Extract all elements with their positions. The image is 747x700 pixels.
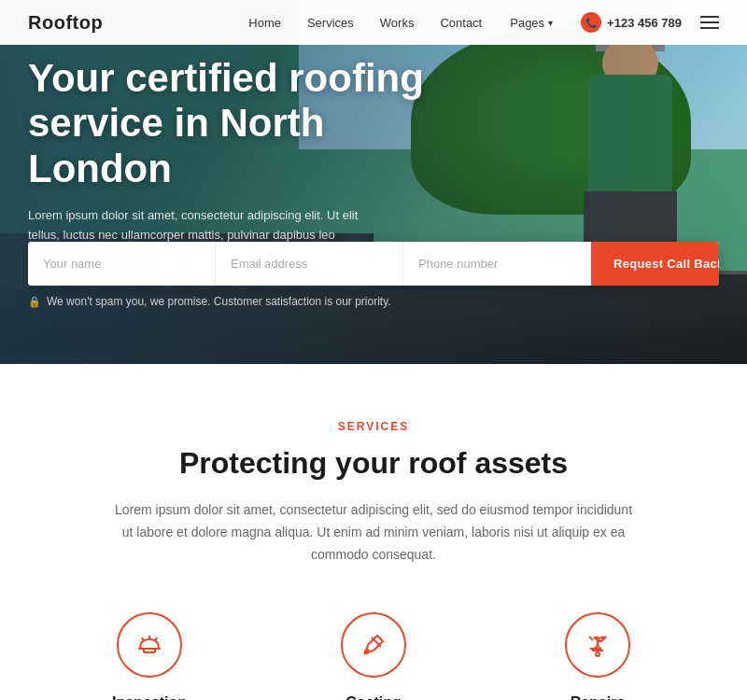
nav-item-home[interactable]: Home [248, 14, 281, 31]
coating-icon-circle [341, 612, 406, 678]
hero-section: Your certified roofing service in North … [0, 0, 747, 364]
nav-item-services[interactable]: Services [307, 14, 354, 31]
nav-links: Home Services Works Contact [248, 14, 482, 31]
service-card-coating: Coating Lorem ipsum dolor sit amet, cons… [280, 612, 467, 700]
service-name-repairs: Repairs [504, 694, 691, 700]
services-label: SERVICES [56, 420, 691, 433]
nav-item-contact[interactable]: Contact [440, 14, 482, 31]
name-input[interactable] [28, 242, 216, 286]
service-card-inspection: Inspection Lorem ipsum dolor sit amet, c… [56, 612, 243, 700]
request-callback-button[interactable]: Request Call Back [591, 242, 719, 286]
phone-icon: 📞 [581, 12, 601, 33]
nav-pages-dropdown[interactable]: Pages ▾ [510, 16, 553, 30]
paint-brush-icon [359, 630, 388, 660]
nav-phone[interactable]: 📞 +123 456 789 [581, 12, 682, 33]
svg-rect-1 [144, 649, 155, 652]
service-name-coating: Coating [280, 694, 467, 700]
email-input[interactable] [216, 242, 403, 286]
inspection-icon-circle [117, 612, 182, 678]
hard-hat-icon [134, 630, 164, 660]
hero-title: Your certified roofing service in North … [28, 56, 476, 191]
svg-point-8 [596, 652, 599, 656]
hero-form: Request Call Back [28, 242, 719, 286]
nav-item-works[interactable]: Works [380, 14, 415, 31]
services-title: Protecting your roof assets [56, 446, 691, 481]
svg-line-9 [589, 637, 593, 640]
wrench-tools-icon [583, 630, 613, 660]
services-section: SERVICES Protecting your roof assets Lor… [0, 364, 747, 700]
hero-note: 🔒 We won't spam you, we promise. Custome… [28, 295, 719, 308]
brand-logo[interactable]: Rooftop [28, 12, 103, 34]
services-grid: Inspection Lorem ipsum dolor sit amet, c… [56, 612, 691, 700]
chevron-down-icon: ▾ [548, 18, 553, 28]
hamburger-menu[interactable] [700, 16, 719, 29]
hero-form-area: Request Call Back 🔒 We won't spam you, w… [28, 242, 719, 308]
navbar: Rooftop Home Services Works Contact Page… [0, 0, 747, 45]
phone-input[interactable] [403, 242, 591, 286]
service-name-inspection: Inspection [56, 694, 243, 700]
repairs-icon-circle [565, 612, 630, 678]
services-description: Lorem ipsum dolor sit amet, consectetur … [112, 499, 635, 566]
service-card-repairs: Repairs Lorem ipsum dolor sit amet, cons… [504, 612, 691, 700]
lock-icon: 🔒 [28, 296, 41, 308]
